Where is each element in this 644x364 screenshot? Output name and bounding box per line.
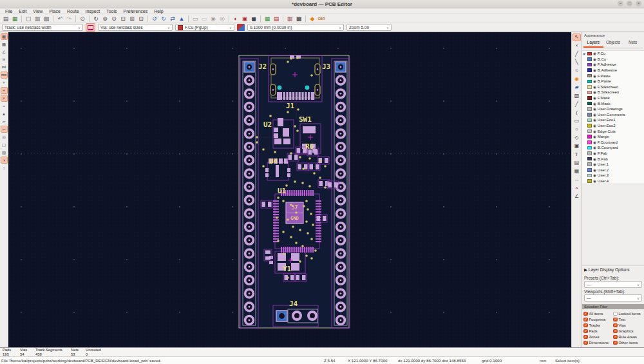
selection-filter-item[interactable]: All items	[583, 311, 613, 316]
menu-item[interactable]: Help	[151, 9, 166, 14]
menu-item[interactable]: Tools	[103, 9, 120, 14]
layer-color-swatch[interactable]	[587, 63, 592, 67]
menu-item[interactable]: Inspect	[82, 9, 104, 14]
layer-visibility-eye-icon[interactable]: ◉	[593, 90, 596, 94]
save[interactable]: ▤	[2, 15, 10, 23]
layer-visibility-eye-icon[interactable]: ◉	[593, 96, 596, 100]
add-textbox[interactable]: ▤	[573, 159, 581, 167]
layer-row[interactable]: ◉ Edge.Cuts	[583, 128, 644, 134]
3d-viewer[interactable]: ◼	[250, 15, 258, 23]
rotate-ccw[interactable]: ↺	[151, 15, 158, 23]
full-window-crosshair[interactable]: +	[1, 87, 8, 94]
layer-color-swatch[interactable]	[587, 135, 592, 139]
layer-color-swatch[interactable]	[587, 80, 592, 84]
curved-ratsnest[interactable]: ≈	[1, 102, 8, 110]
layer-row[interactable]: ◉ F.Adhesive	[583, 62, 644, 68]
sep5[interactable]	[147, 15, 148, 22]
plot[interactable]: ▧	[43, 15, 50, 23]
high-contrast-mode[interactable]: ◑	[1, 157, 8, 164]
layer-color-swatch[interactable]	[587, 96, 592, 100]
layer-visibility-eye-icon[interactable]: ◉	[593, 140, 596, 144]
pcb-canvas-area[interactable]: 57GNDJ2J3J1U2SW1R6U4U1Y1J4	[8, 32, 571, 347]
drc[interactable]: ◐	[232, 15, 240, 23]
silkscreen-ref-SW1[interactable]: SW1	[299, 115, 312, 124]
flip-board-view[interactable]: ↕	[1, 164, 8, 171]
menu-item[interactable]: View	[30, 9, 46, 14]
page-settings[interactable]: ▢	[24, 15, 32, 23]
layer-visibility-eye-icon[interactable]: ◉	[593, 118, 596, 122]
checkbox[interactable]	[583, 341, 588, 345]
toggle-grid-overrides[interactable]: ▩	[1, 41, 8, 48]
layer-row[interactable]: ◉ F.Courtyard	[583, 140, 644, 146]
net-color-mode[interactable]: ▱	[1, 118, 8, 125]
footprint-J4[interactable]	[276, 311, 316, 321]
layer-pair-icon[interactable]	[237, 24, 245, 31]
sep8[interactable]	[260, 15, 261, 22]
layer-visibility-eye-icon[interactable]: ◉	[593, 74, 596, 78]
gerber-export[interactable]: GBR	[317, 15, 325, 23]
pads-outline-mode[interactable]: ▢	[1, 141, 8, 148]
track-width-select[interactable]: Track: use netclass width ∨	[2, 24, 83, 31]
layer-visibility-eye-icon[interactable]: ◉	[593, 57, 596, 61]
plugin[interactable]: ◆	[308, 15, 316, 23]
layer-row[interactable]: ◉ F.Paste	[583, 73, 644, 79]
layer-row[interactable]: ◉ B.Courtyard	[583, 145, 644, 151]
layer-visibility-eye-icon[interactable]: ◉	[593, 162, 596, 166]
selection-filter-item[interactable]: Footprints	[583, 317, 613, 322]
selection-filter-item[interactable]: Pads	[583, 329, 613, 334]
layer-row[interactable]: ◉ User.1	[583, 162, 644, 168]
layer-row[interactable]: ◉ F.Fab	[583, 151, 644, 157]
mirror[interactable]: ▲	[178, 15, 185, 23]
selection-filter-item[interactable]: Graphics	[613, 329, 643, 334]
checkbox[interactable]	[613, 318, 618, 322]
add-reference-image[interactable]: ▣	[573, 142, 581, 150]
selection-filter-item[interactable]: Text	[613, 317, 643, 322]
layer-visibility-eye-icon[interactable]: ◉	[593, 113, 596, 117]
layer-row[interactable]: ◉ User.Eco2	[583, 123, 644, 129]
checkbox[interactable]	[613, 329, 618, 334]
layer-row[interactable]: ◉ B.Adhesive	[583, 68, 644, 73]
layer-color-swatch[interactable]	[587, 157, 592, 161]
select-tool[interactable]: ↖	[573, 34, 581, 41]
silkscreen-ref-J4[interactable]: J4	[289, 300, 298, 308]
appearance-tab[interactable]: Layers	[583, 39, 603, 48]
selection-filter-item[interactable]: Vias	[613, 323, 643, 328]
layer-color-swatch[interactable]	[587, 74, 592, 78]
layer-visibility-eye-icon[interactable]: ◉	[593, 79, 596, 83]
grid-size-select[interactable]: 0.1000 mm (0.0039 in) ∨	[247, 24, 344, 31]
layer-color-swatch[interactable]	[587, 107, 592, 111]
layer-color-swatch[interactable]	[587, 85, 592, 89]
zoom-in[interactable]: ⊕	[101, 15, 109, 23]
group[interactable]: ▭	[191, 15, 199, 23]
menu-item[interactable]: Place	[46, 9, 64, 14]
rotate-cw[interactable]: ↻	[160, 15, 167, 23]
silkscreen-ref-J3[interactable]: J3	[322, 62, 330, 71]
menu-item[interactable]: File	[2, 9, 15, 14]
appearance-tab[interactable]: Objects	[603, 39, 623, 48]
refresh[interactable]: ↻	[92, 15, 100, 23]
checkbox[interactable]	[583, 312, 588, 316]
zoom-fit-objects[interactable]: ⊞	[128, 15, 136, 23]
layer-color-swatch[interactable]	[587, 113, 592, 117]
footprint-checker[interactable]: ▣	[241, 15, 249, 23]
layer-visibility-eye-icon[interactable]: ◉	[593, 179, 596, 183]
selection-filter-item[interactable]: Other items	[613, 340, 643, 345]
layer-row[interactable]: ◉ User.Eco1	[583, 117, 644, 123]
sep10[interactable]	[305, 15, 306, 22]
layer-color-swatch[interactable]	[587, 179, 592, 183]
redo[interactable]: ↷	[65, 15, 73, 23]
silkscreen-ref-U1[interactable]: U1	[278, 187, 287, 195]
add-text[interactable]: T	[573, 151, 581, 158]
silkscreen-ref-U4[interactable]: U4	[269, 157, 278, 166]
layer-color-swatch[interactable]	[587, 151, 592, 155]
sep4[interactable]	[89, 15, 90, 22]
close-button[interactable]: ×	[636, 1, 641, 6]
layer-row[interactable]: ◉ User.Drawings	[583, 106, 644, 112]
layer-visibility-eye-icon[interactable]: ◉	[593, 68, 596, 72]
layer-row[interactable]: ◉ B.Silkscreen	[583, 90, 644, 95]
delete-tool[interactable]: ×	[573, 184, 581, 192]
layer-visibility-eye-icon[interactable]: ◉	[593, 168, 596, 172]
layer-row[interactable]: ◉ F.Cu	[583, 51, 644, 57]
draw-rectangle[interactable]: ▭	[573, 117, 581, 125]
sep9[interactable]	[283, 15, 283, 22]
